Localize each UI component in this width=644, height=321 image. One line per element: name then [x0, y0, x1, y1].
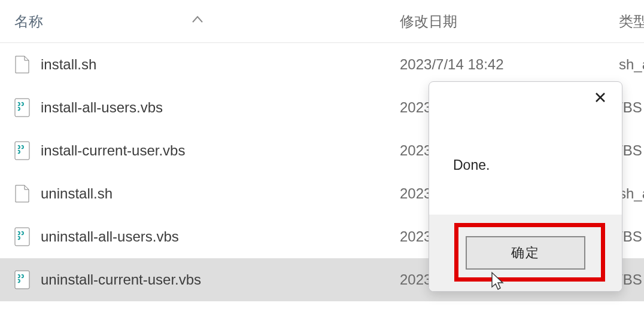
document-file-icon [14, 55, 30, 74]
file-date-cell: 2023/7/14 18:42 [395, 56, 616, 73]
file-name-cell: install-current-user.vbs [0, 141, 395, 160]
vbs-file-icon [14, 141, 30, 160]
ok-button[interactable]: 确定 [466, 236, 585, 270]
column-header-type[interactable]: 类型 [616, 12, 644, 31]
file-name-cell: install-all-users.vbs [0, 98, 395, 117]
vbs-file-icon [14, 270, 30, 289]
svg-rect-0 [15, 99, 29, 117]
column-date-label: 修改日期 [400, 13, 457, 29]
vbs-file-icon [14, 98, 30, 117]
column-name-label: 名称 [14, 13, 43, 29]
file-name-label: uninstall.sh [41, 185, 113, 202]
svg-rect-2 [15, 228, 29, 246]
dialog-body: Done. [429, 115, 622, 215]
message-dialog: Done. 确定 [429, 81, 622, 292]
file-name-label: uninstall-current-user.vbs [41, 271, 201, 288]
file-row[interactable]: install.sh2023/7/14 18:42sh_a [0, 43, 644, 86]
column-type-label: 类型 [619, 13, 644, 29]
column-header-name[interactable]: 名称 [0, 12, 395, 31]
document-file-icon [14, 184, 30, 203]
dialog-message: Done. [453, 157, 490, 173]
file-name-label: install.sh [41, 56, 96, 73]
file-name-label: uninstall-all-users.vbs [41, 228, 179, 245]
svg-rect-3 [15, 271, 29, 289]
file-name-cell: install.sh [0, 55, 395, 74]
dialog-footer: 确定 [429, 215, 622, 291]
file-name-cell: uninstall.sh [0, 184, 395, 203]
close-button[interactable] [587, 87, 613, 111]
svg-rect-1 [15, 142, 29, 160]
dialog-titlebar [429, 82, 622, 115]
column-header-date[interactable]: 修改日期 [395, 12, 616, 31]
column-header-row: 名称 修改日期 类型 [0, 0, 644, 43]
ok-button-label: 确定 [511, 244, 540, 262]
file-name-label: install-all-users.vbs [41, 99, 163, 116]
close-icon [594, 90, 606, 107]
sort-caret-icon [192, 10, 203, 26]
file-name-label: install-current-user.vbs [41, 142, 185, 159]
file-name-cell: uninstall-all-users.vbs [0, 227, 395, 246]
file-type-cell: sh_a [616, 56, 644, 73]
file-name-cell: uninstall-current-user.vbs [0, 270, 395, 289]
vbs-file-icon [14, 227, 30, 246]
